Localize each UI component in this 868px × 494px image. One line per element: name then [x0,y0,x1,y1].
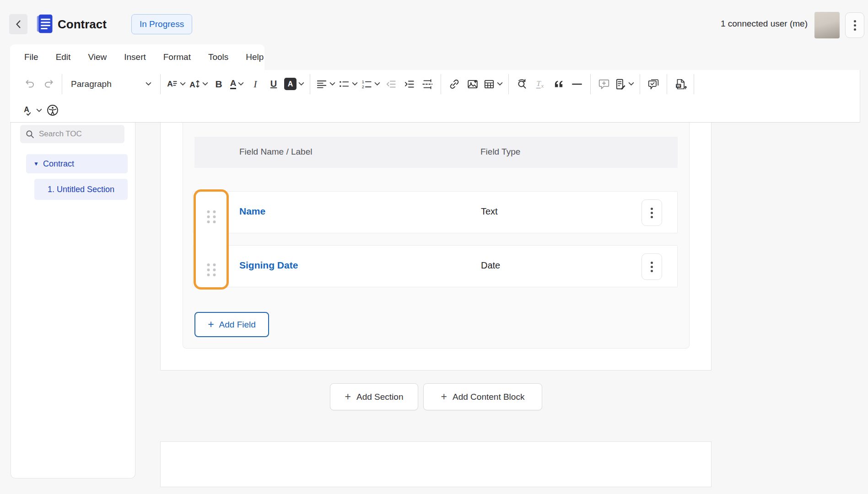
toc-item-contract[interactable]: ▼ Contract [26,154,128,173]
italic-button[interactable]: I [246,74,264,94]
column-header-field-type: Field Type [480,147,520,157]
menu-help[interactable]: Help [237,52,272,62]
field-type-value: Date [481,260,500,271]
font-family-button[interactable]: A [165,74,187,94]
bullet-list-button[interactable] [337,74,359,94]
menu-edit[interactable]: Edit [47,52,80,62]
svg-text:2: 2 [362,85,364,89]
menu-insert[interactable]: Insert [115,52,155,62]
clear-formatting-button[interactable]: Tx [531,74,550,94]
blockquote-button[interactable] [550,74,568,94]
link-button[interactable] [445,74,464,94]
svg-text:1: 1 [362,79,364,84]
column-header-field-name: Field Name / Label [239,147,312,157]
back-button[interactable] [9,14,27,34]
kebab-icon [651,206,653,220]
svg-text:x: x [541,83,544,89]
image-button[interactable] [464,74,482,94]
chevron-down-icon [180,82,186,86]
menu-view[interactable]: View [79,52,115,62]
toolbar-row-2: A [10,98,860,123]
spellcheck-language-button[interactable]: A [21,100,43,120]
contract-editor: Contract In Progress 1 connected user (m… [0,0,868,494]
toolbar-row-1: Paragraph A A B A I U A [10,70,860,98]
add-comment-button[interactable] [595,74,613,94]
font-size-button[interactable]: A [187,74,210,94]
word-import-button[interactable]: W [671,74,690,94]
horizontal-rule-button[interactable] [568,74,586,94]
font-family-icon: A [166,78,178,90]
svg-text:W: W [677,84,680,88]
plus-icon: + [345,392,351,401]
outdent-icon [385,78,397,90]
bold-button[interactable]: B [210,74,228,94]
search-icon [26,130,34,139]
menu-tools[interactable]: Tools [199,52,237,62]
drag-handle[interactable] [207,263,216,276]
field-row-menu-button[interactable] [642,253,662,280]
redo-button[interactable] [39,74,58,94]
toc-search-placeholder: Search TOC [39,129,82,139]
find-replace-icon [516,78,528,90]
text-color-button[interactable]: A [228,74,246,94]
add-field-button[interactable]: + Add Field [194,312,269,337]
field-row-menu-button[interactable] [642,199,662,226]
chevron-down-icon [352,82,358,86]
drag-handle[interactable] [207,210,216,223]
numbered-list-button[interactable]: 12 [359,74,382,94]
clear-formatting-icon: Tx [534,78,546,90]
chevron-down-icon [202,82,208,86]
toc-search-input[interactable]: Search TOC [20,125,124,143]
field-row-signing-date: Signing Date Date [193,245,678,287]
comments-check-icon [647,78,659,90]
comments-panel-button[interactable] [644,74,663,94]
add-content-block-button[interactable]: + Add Content Block [423,383,542,410]
track-changes-button[interactable] [613,74,636,94]
background-color-button[interactable]: A [283,74,306,94]
table-icon [483,78,495,90]
menu-file[interactable]: File [16,52,47,62]
undo-icon [24,78,36,90]
align-button[interactable] [314,74,337,94]
page-title: Contract [58,17,107,32]
field-row-name: Name Text [193,191,678,233]
chevron-down-icon [146,82,151,86]
text-color-icon: A [230,79,237,89]
table-button[interactable] [482,74,504,94]
status-badge[interactable]: In Progress [131,14,192,34]
field-name-link[interactable]: Name [239,206,265,217]
menu-format[interactable]: Format [155,52,199,62]
paragraph-style-select[interactable]: Paragraph [66,74,156,94]
drag-handle-highlight [194,189,229,290]
connected-users-label: 1 connected user (me) [721,19,808,29]
empty-content-block[interactable] [160,441,712,487]
outdent-button[interactable] [382,74,400,94]
undo-button[interactable] [21,74,39,94]
toc-sidebar: Search TOC ▼ Contract 1. Untitled Sectio… [11,123,135,478]
toolbar: Paragraph A A B A I U A [10,70,860,123]
field-name-link[interactable]: Signing Date [239,260,298,271]
chevron-left-icon [16,20,21,28]
svg-text:A: A [24,105,29,113]
chevron-down-icon [628,82,634,86]
italic-icon: I [253,78,257,90]
plus-icon: + [441,392,447,401]
document-icon [37,14,53,34]
field-type-value: Text [481,206,498,217]
add-section-button[interactable]: + Add Section [330,383,418,410]
accessibility-checker-button[interactable] [43,100,62,120]
indent-button[interactable] [400,74,418,94]
horizontal-rule-icon [571,78,583,90]
chevron-down-icon [298,82,304,86]
underline-button[interactable]: U [264,74,283,94]
image-icon [467,78,479,90]
chevron-down-icon [329,82,335,86]
plus-icon: + [208,320,214,329]
find-replace-button[interactable] [513,74,531,94]
header-more-menu-button[interactable] [845,12,864,38]
page-break-button[interactable] [418,74,437,94]
toc-item-untitled-section[interactable]: 1. Untitled Section [34,179,128,200]
numbered-list-icon: 12 [361,78,372,90]
background-color-icon: A [284,78,297,90]
user-avatar[interactable] [814,12,840,38]
